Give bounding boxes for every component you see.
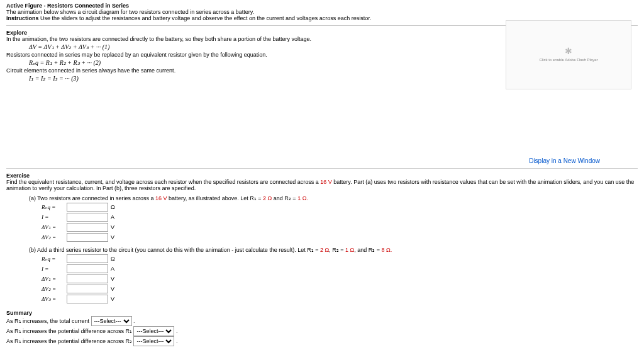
part-a-input-1[interactable] <box>67 213 108 222</box>
input-row: ΔV₁ =V <box>42 223 638 232</box>
figure-desc: The animation below shows a circuit diag… <box>6 9 254 15</box>
input-row: Rₑq =Ω <box>42 203 638 212</box>
unit-label: V <box>111 276 114 282</box>
part-a-input-0[interactable] <box>67 203 108 212</box>
input-row: ΔV₂ =V <box>42 285 638 293</box>
input-row: I =A <box>42 213 638 222</box>
part-b-inputs: Rₑq =ΩI =AΔV₁ =VΔV₂ =VΔV₃ =V <box>6 254 638 303</box>
input-row: I =A <box>42 264 638 273</box>
battery-voltage: 16 V <box>320 179 332 185</box>
figure-title: Active Figure - Resistors Connected in S… <box>6 3 129 9</box>
summary-line3: As R₁ increases the potential difference… <box>6 338 133 344</box>
summary-section: Summary As R₁ increases, the total curre… <box>6 310 638 346</box>
flash-icon: ✱ <box>506 46 631 56</box>
input-label: I = <box>42 266 64 272</box>
input-label: Rₑq = <box>42 204 64 210</box>
unit-label: Ω <box>111 256 115 262</box>
unit-label: V <box>111 224 114 230</box>
part-b-input-2[interactable] <box>67 274 108 283</box>
input-label: ΔV₃ = <box>42 296 64 302</box>
input-label: ΔV₂ = <box>42 286 64 292</box>
input-label: ΔV₂ = <box>42 234 64 240</box>
divider <box>6 168 638 169</box>
exercise-heading: Exercise <box>6 173 30 179</box>
summary-line1: As R₁ increases, the total current <box>6 318 91 324</box>
summary-line2: As R₁ increases the potential difference… <box>6 328 133 334</box>
input-row: ΔV₃ =V <box>42 295 638 303</box>
part-b-text: (b) Add a third series resistor to the c… <box>29 247 638 253</box>
display-new-window-link[interactable]: Display in a New Window <box>529 157 600 164</box>
summary-select-3[interactable]: ---Select--- <box>133 336 174 346</box>
part-a-input-2[interactable] <box>67 223 108 232</box>
unit-label: V <box>111 286 114 292</box>
part-a-input-3[interactable] <box>67 233 108 242</box>
summary-select-1[interactable]: ---Select--- <box>91 316 132 326</box>
input-label: Rₑq = <box>42 256 64 262</box>
part-a-inputs: Rₑq =ΩI =AΔV₁ =VΔV₂ =V <box>6 203 638 242</box>
input-label: ΔV₁ = <box>42 224 64 230</box>
flash-message: Click to enable Adobe Flash Player <box>539 58 597 62</box>
exercise-section: Exercise Find the equivalent resistance,… <box>6 173 638 303</box>
instructions-text: Use the sliders to adjust the resistance… <box>40 15 371 21</box>
part-b-input-0[interactable] <box>67 254 108 263</box>
unit-label: Ω <box>111 204 115 210</box>
instructions-label: Instructions <box>6 15 39 21</box>
input-label: ΔV₁ = <box>42 276 64 282</box>
input-row: ΔV₂ =V <box>42 233 638 242</box>
part-b-input-4[interactable] <box>67 295 108 303</box>
unit-label: V <box>111 296 114 302</box>
input-row: Rₑq =Ω <box>42 254 638 263</box>
display-link-row: Display in a New Window <box>6 157 638 164</box>
flash-placeholder[interactable]: ✱ Click to enable Adobe Flash Player <box>506 20 631 89</box>
input-label: I = <box>42 214 64 220</box>
unit-label: A <box>111 266 114 272</box>
input-row: ΔV₁ =V <box>42 274 638 283</box>
header: Active Figure - Resistors Connected in S… <box>6 3 638 21</box>
unit-label: A <box>111 214 114 220</box>
exercise-intro: Find the equivalent resistance, current,… <box>6 179 638 191</box>
part-a-text: (a) Two resistors are connected in serie… <box>29 195 638 201</box>
summary-select-2[interactable]: ---Select--- <box>133 326 174 336</box>
part-b-input-3[interactable] <box>67 285 108 293</box>
part-b-input-1[interactable] <box>67 264 108 273</box>
unit-label: V <box>111 234 114 240</box>
summary-heading: Summary <box>6 310 32 316</box>
explore-heading: Explore <box>6 30 27 36</box>
